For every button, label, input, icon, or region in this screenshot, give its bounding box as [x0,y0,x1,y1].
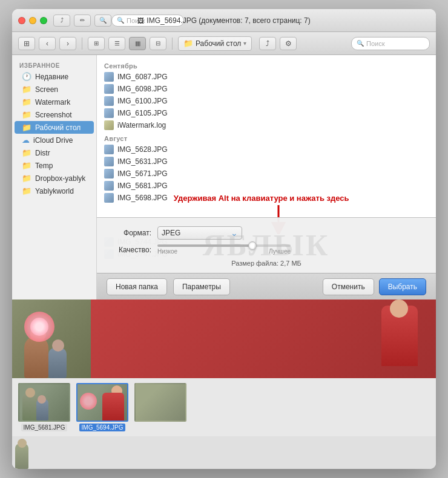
quality-slider-area: Низкое Лучшее [157,244,291,255]
new-folder-button[interactable]: Новая папка [107,278,167,295]
window-title: 🖼 IMG_5694.JPG (документов: 7, всего стр… [137,16,310,25]
main-content: Избранное 🕐 Недавние 📁 Screen 📁 Watermar… [12,55,436,300]
folder-icon: 📁 [22,123,31,132]
file-icon-jpg [104,193,114,203]
maximize-button[interactable] [40,17,47,24]
forward-button[interactable]: › [59,37,76,50]
folder-icon: 📁 [22,186,31,195]
filesize-row: Размер файла: 2,7 МБ [109,257,424,273]
preview-top-image [12,300,436,378]
back-button[interactable]: ‹ [39,37,56,50]
list-item[interactable]: IMG_5671.JPG [97,168,436,180]
view-column-button[interactable]: ▦ [129,37,146,50]
section-header-september: Сентябрь [97,59,436,71]
thumb-label-1: IMG_5681.JPG [21,424,68,431]
quality-range-labels: Низкое Лучшее [157,248,291,255]
photo-strip [12,300,436,378]
toolbar-separator [82,38,82,50]
list-item[interactable]: IMG_6098.JPG [97,83,436,95]
format-label: Формат: [109,229,151,237]
list-item[interactable]: IMG_6087.JPG [97,71,436,83]
sidebar: Избранное 🕐 Недавние 📁 Screen 📁 Watermar… [12,55,97,300]
list-item[interactable]: IMG_6100.JPG [97,95,436,107]
folder-icon: 📁 [22,97,31,106]
file-icon-jpg [104,84,114,94]
thumb-image-3 [134,383,186,422]
close-button[interactable] [18,17,25,24]
file-icon-jpg [104,145,114,154]
folder-icon: 📁 [22,161,31,170]
file-area: Сентябрь IMG_6087.JPG IMG_6098.JPG IMG_6… [97,55,436,300]
sidebar-toggle-button[interactable]: ⊞ [18,37,35,50]
thumb-label-2: IMG_5694.JPG [79,424,126,431]
sidebar-item-dropbox[interactable]: 📁 Dropbox-yablyk [15,172,94,185]
list-item[interactable]: IMG_5681.JPG [97,180,436,192]
sidebar-item-temp[interactable]: 📁 Temp [15,159,94,172]
file-icon-jpg [104,72,114,82]
edit-button[interactable]: ✏ [74,15,91,27]
thumb-image-1 [18,383,70,422]
file-icon-jpg [104,181,114,191]
sidebar-item-watermark[interactable]: 📁 Watermark [15,96,94,108]
format-row: Формат: JPEG ⌄ [109,226,424,240]
traffic-lights [18,17,47,24]
preview-area: IMG_5681.JPG IMG_5694.JPG [12,300,436,469]
file-icon-log [104,120,114,130]
thumb-item-2[interactable]: IMG_5694.JPG [76,383,128,431]
sidebar-item-yablyk[interactable]: 📁 Yablykworld [15,185,94,197]
choose-button[interactable]: Выбрать [379,278,426,295]
titlebar-controls: ⤴ ✏ 🔍 [53,15,111,27]
sidebar-item-recents[interactable]: 🕐 Недавние [15,70,94,83]
thumb-item-1[interactable]: IMG_5681.JPG [18,383,70,431]
icloud-icon: ☁ [22,136,30,145]
folder-icon: 📁 [22,110,31,119]
file-icon-jpg [104,169,114,178]
list-item[interactable]: IMG_5628.JPG [97,143,436,156]
titlebar: 🖼 IMG_5694.JPG (документов: 7, всего стр… [12,9,436,32]
sidebar-section-label: Избранное [12,60,96,70]
quality-label: Качество: [109,246,151,254]
sidebar-item-distr[interactable]: 📁 Distr [15,146,94,159]
quality-slider[interactable] [157,244,291,247]
recents-icon: 🕐 [22,72,31,81]
location-bar[interactable]: 📁 Рабочий стол ▾ [178,36,252,51]
options-button[interactable]: Параметры [173,278,230,295]
thumbnail-row: IMG_5681.JPG IMG_5694.JPG [12,378,436,436]
file-icon-jpg [104,96,114,106]
finder-window: 🖼 IMG_5694.JPG (документов: 7, всего стр… [12,9,436,469]
folder-icon: 📁 [22,174,31,183]
thumb-image-2 [76,383,128,422]
search-icon: 🔍 [117,17,124,24]
list-item[interactable]: iWatermark.log [97,119,436,131]
dialog-buttons: Новая папка Параметры Отменить Выбрать [97,273,436,300]
share-toolbar-button[interactable]: ⤴ [259,37,276,50]
photo-left [12,300,91,378]
view-list-button[interactable]: ☰ [108,37,125,50]
format-select[interactable]: JPEG ⌄ [157,226,242,240]
sidebar-item-icloud[interactable]: ☁ iCloud Drive [15,134,94,146]
file-icon-jpg [104,108,114,118]
list-item[interactable]: IMG_5631.JPG [97,156,436,168]
toolbar-search-box[interactable]: 🔍 Поиск [351,37,430,50]
list-item[interactable]: IMG_6105.JPG [97,107,436,119]
sidebar-item-screenshot[interactable]: 📁 Screenshot [15,108,94,121]
photo-right [91,300,436,378]
action-button[interactable]: ⚙ [280,37,297,50]
view-cover-button[interactable]: ⊟ [150,37,166,50]
annotation-text: Удерживая Alt на клавиатуре и нажать зде… [174,194,349,203]
view-icon-button[interactable]: ⊞ [88,37,105,50]
minimize-button[interactable] [29,17,36,24]
sidebar-item-desktop[interactable]: 📁 Рабочий стол [15,121,94,134]
markup-button[interactable]: 🔍 [94,15,111,27]
cancel-button[interactable]: Отменить [323,278,374,295]
folder-icon: 📁 [22,148,31,157]
file-icon-jpg [104,157,114,166]
folder-icon: 📁 [22,85,31,94]
quality-row: Качество: Низкое Лучшее [109,244,424,255]
sidebar-item-screen[interactable]: 📁 Screen [15,83,94,96]
quality-thumb[interactable] [248,241,257,250]
toolbar: ⊞ ‹ › ⊞ ☰ ▦ ⊟ 📁 Рабочий стол ▾ ⤴ ⚙ 🔍 Пои… [12,32,436,55]
share-button[interactable]: ⤴ [53,15,70,27]
section-header-august: Август [97,131,436,143]
thumb-item-3[interactable] [134,383,186,431]
